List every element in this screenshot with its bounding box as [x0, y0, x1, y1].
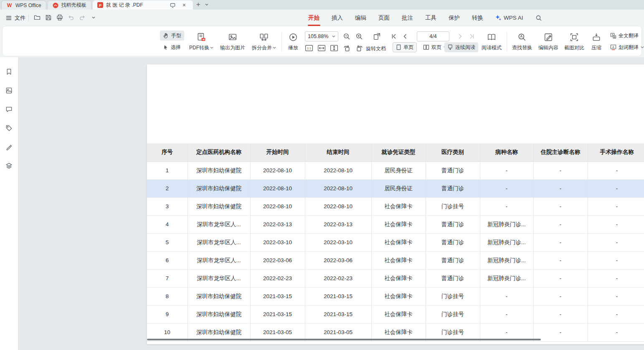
ribbon-tab-edit[interactable]: 编辑 [355, 14, 366, 22]
open-file-icon[interactable] [33, 13, 42, 22]
save-icon[interactable] [44, 13, 53, 22]
export-image-icon [228, 33, 237, 42]
undo-icon[interactable] [66, 13, 76, 22]
fit-page-icon[interactable] [329, 43, 339, 53]
zoom-out-icon[interactable] [342, 31, 352, 41]
file-menu-button[interactable]: 文件 [4, 13, 27, 23]
book-icon [487, 33, 496, 42]
bookmark-icon[interactable] [4, 66, 14, 77]
edit-content-button[interactable]: 编辑内容 [535, 30, 561, 54]
hand-tool-button[interactable]: 手型 [160, 31, 184, 41]
tab-docer[interactable]: 找稻壳模板 [48, 0, 91, 10]
continuous-read-button[interactable]: 连续阅读 [444, 42, 478, 52]
ribbon-tab-convert[interactable]: 转换 [472, 14, 483, 22]
table-cell: 新冠肺炎门诊... [480, 215, 533, 233]
ribbon-search-icon[interactable] [535, 15, 542, 21]
page-number-input[interactable]: 4/4 [417, 31, 449, 41]
pdf-convert-button[interactable]: PDF转换 [186, 30, 216, 54]
signature-pen-icon[interactable] [4, 142, 14, 152]
rotate-right-icon[interactable] [354, 43, 364, 53]
rotate-left-icon[interactable] [342, 43, 352, 53]
table-cell: 3 [147, 197, 188, 215]
fit-window-icon[interactable] [372, 31, 382, 41]
column-header: 住院主诊断名称 [533, 143, 588, 161]
table-cell: 深圳市妇幼保健院 [188, 161, 250, 179]
layers-icon[interactable] [4, 161, 14, 171]
table-cell: 社会保障卡 [371, 233, 426, 251]
word-translate-icon: A [610, 44, 616, 51]
tab-document[interactable]: P 就 医 记 录 .PDF × [93, 0, 193, 10]
double-page-icon [423, 44, 429, 50]
ribbon-tab-tools[interactable]: 工具 [425, 14, 436, 22]
ribbon-tab-page[interactable]: 页面 [378, 14, 390, 22]
print-icon[interactable] [55, 13, 64, 22]
word-translate-caret-icon [641, 46, 644, 49]
qat-chevron-icon[interactable] [89, 13, 98, 22]
tab-list-chevron-icon[interactable] [203, 0, 211, 9]
table-cell: - [533, 233, 588, 251]
fit-width-icon[interactable] [317, 43, 327, 53]
table-cell: 普通门诊 [426, 269, 480, 287]
play-icon [289, 33, 298, 42]
screenshot-compare-button[interactable]: 截图对比 [562, 30, 586, 54]
redo-icon[interactable] [78, 13, 87, 22]
double-page-label: 双页 [431, 44, 441, 51]
table-row: 9深圳市妇幼保健院2021-03-152021-03-15社会保障卡门诊挂号--… [147, 305, 644, 323]
ribbon-tab-home[interactable]: 开始 [308, 14, 319, 22]
horizontal-scrollbar[interactable] [147, 339, 541, 340]
ribbon-tabs: 开始 插入 编辑 页面 批注 工具 保护 转换 WPS AI [308, 10, 542, 26]
split-merge-button[interactable]: 拆分合并 [249, 30, 279, 54]
table-cell: 2 [147, 179, 188, 197]
read-mode-label: 阅读模式 [482, 44, 502, 51]
export-image-button[interactable]: 输出为图片 [217, 30, 248, 54]
single-page-button[interactable]: 单页 [393, 42, 417, 52]
split-screen-icon[interactable] [169, 1, 177, 9]
next-page-icon[interactable] [455, 31, 465, 41]
word-translate-button[interactable]: A 划词翻译 [607, 42, 644, 52]
table-cell: 2022-02-23 [305, 269, 371, 287]
zoom-level-select[interactable]: 105.88% [305, 31, 338, 41]
table-cell: - [588, 251, 644, 269]
new-tab-button[interactable]: + [194, 0, 203, 9]
first-page-icon[interactable] [389, 31, 399, 41]
tag-icon[interactable] [4, 123, 14, 133]
actual-size-icon[interactable]: 1:1 [304, 43, 314, 53]
single-page-icon [396, 44, 401, 50]
last-page-icon[interactable] [467, 31, 477, 41]
column-header: 定点医药机构名称 [188, 143, 250, 161]
tab-wps-home[interactable]: W WPS Office [1, 0, 46, 10]
comment-icon[interactable] [4, 104, 14, 114]
play-button[interactable]: 播放 [283, 30, 303, 54]
compress-button[interactable]: 压缩 [587, 30, 606, 54]
table-cell: - [480, 197, 533, 215]
table-cell: - [533, 197, 588, 215]
table-cell: 普通门诊 [426, 179, 480, 197]
export-image-label: 输出为图片 [220, 44, 245, 51]
table-row: 1深圳市妇幼保健院2022-08-102022-08-10居民身份证普通门诊--… [147, 161, 644, 179]
ribbon-tab-protect[interactable]: 保护 [449, 14, 460, 22]
ribbon-tab-insert[interactable]: 插入 [332, 14, 343, 22]
zoom-in-icon[interactable] [354, 31, 364, 41]
docer-icon [53, 3, 58, 8]
rotate-document-label[interactable]: 旋转文档 [366, 45, 386, 52]
table-cell: 深圳市龙华区人... [188, 251, 250, 269]
read-mode-button[interactable]: 阅读模式 [479, 30, 505, 54]
table-cell: - [533, 269, 588, 287]
table-cell: 2022-08-10 [305, 161, 371, 179]
ribbon-tab-wps-ai[interactable]: WPS AI [495, 15, 523, 21]
select-tool-button[interactable]: 选择 [160, 42, 184, 52]
ribbon-tab-comment[interactable]: 批注 [402, 14, 413, 22]
full-translate-button[interactable]: A 全文翻译 [607, 31, 641, 41]
ribbon-toolbar: 手型 选择 PDF转换 输出为图片 [2, 26, 642, 56]
thumbnail-icon[interactable] [4, 85, 14, 95]
find-replace-icon [517, 33, 527, 42]
table-row: 8深圳市妇幼保健院2021-03-152021-03-15社会保障卡门诊挂号--… [147, 287, 644, 305]
split-merge-caret-icon [273, 46, 276, 49]
svg-text:A: A [612, 45, 614, 48]
prev-page-icon[interactable] [400, 31, 410, 41]
document-canvas[interactable]: 序号 定点医药机构名称 开始时间 结束时间 就诊凭证类型 医疗类别 病种名称 住… [18, 57, 644, 350]
compress-label: 压缩 [591, 44, 601, 51]
tab-close-icon[interactable]: × [180, 1, 188, 9]
find-replace-button[interactable]: 查找替换 [509, 30, 535, 54]
tab-docer-label: 找稻壳模板 [61, 2, 86, 9]
